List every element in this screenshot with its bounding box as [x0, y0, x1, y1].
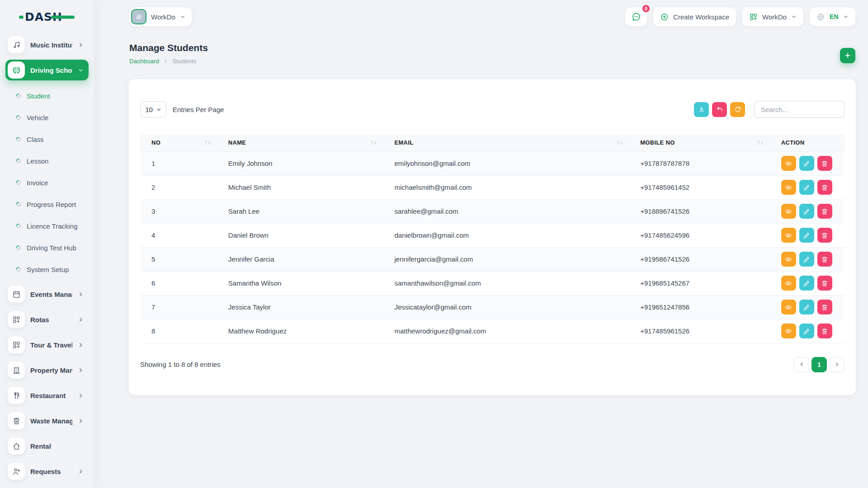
pagination-page-1-button[interactable]: 1 [811, 357, 827, 372]
cell-no: 8 [140, 319, 217, 343]
sidebar-item-waste-management[interactable]: Waste Management [5, 410, 89, 431]
sidebar-item-requests[interactable]: Requests [5, 461, 89, 482]
edit-button[interactable] [799, 300, 814, 314]
table-row: 4Daniel Browndanielbrown@gmail.com+91748… [140, 223, 844, 247]
sidebar-item-driving-school[interactable]: Driving School [5, 60, 89, 80]
cell-email: emilyohnson@gmail.com [383, 151, 629, 175]
sidebar-item-rotas[interactable]: Rotas [5, 309, 89, 330]
column-header-no[interactable]: NO↑↓ [140, 134, 217, 151]
reset-button[interactable] [712, 102, 727, 117]
brand-logo[interactable]: DASH [5, 0, 89, 34]
edit-button[interactable] [799, 276, 814, 291]
breadcrumb-dashboard-link[interactable]: Dashboard [129, 58, 159, 65]
pencil-icon [803, 232, 810, 239]
sidebar-item-rental[interactable]: Rental [5, 436, 89, 456]
cell-email: matthewrodriguez@gmail.com [383, 319, 629, 343]
view-button[interactable] [781, 228, 796, 243]
cell-action [770, 223, 844, 247]
delete-button[interactable] [817, 204, 832, 219]
workspace-avatar [131, 9, 146, 24]
edit-button[interactable] [799, 252, 814, 267]
edit-button[interactable] [799, 228, 814, 243]
add-student-button[interactable]: + [840, 48, 855, 63]
sidebar-item-label: Music Institute [30, 41, 72, 49]
sort-icon: ↑↓ [204, 140, 211, 145]
cell-no: 1 [140, 151, 217, 175]
delete-button[interactable] [817, 324, 832, 338]
export-button[interactable] [694, 102, 709, 117]
building-icon [8, 361, 25, 379]
sidebar-item-events-management[interactable]: Events Management [5, 284, 89, 305]
search-input[interactable] [754, 101, 844, 118]
eye-icon [785, 280, 792, 287]
sidebar-subitem-student[interactable]: Student [5, 85, 89, 107]
column-header-mobile-no[interactable]: MOBILE NO↑↓ [629, 134, 770, 151]
chevron-down-icon [78, 67, 84, 73]
edit-button[interactable] [799, 156, 814, 171]
restaurant-icon [8, 387, 25, 404]
bullet-icon [15, 244, 22, 251]
refresh-icon [734, 106, 741, 113]
home-icon [8, 437, 25, 455]
edit-button[interactable] [799, 204, 814, 219]
cell-mobile: +919685145267 [629, 271, 770, 295]
sidebar-item-label: Waste Management [30, 417, 72, 425]
workdo-menu-button[interactable]: WorkDo [742, 7, 803, 26]
sidebar-subitem-driving-test-hub[interactable]: Driving Test Hub [5, 237, 89, 258]
create-workspace-button[interactable]: Create Workspace [653, 7, 736, 26]
sidebar-subitem-invoice[interactable]: Invoice [5, 172, 89, 193]
sidebar-item-restaurant[interactable]: Restaurant [5, 385, 89, 406]
sidebar-subitem-progress-report[interactable]: Progress Report [5, 193, 89, 215]
delete-button[interactable] [817, 276, 832, 291]
view-button[interactable] [781, 252, 796, 267]
sidebar-subitem-class[interactable]: Class [5, 128, 89, 150]
messages-button[interactable]: 0 [625, 7, 647, 26]
delete-button[interactable] [817, 228, 832, 243]
column-header-name[interactable]: NAME↑↓ [217, 134, 383, 151]
view-button[interactable] [781, 204, 796, 219]
cell-mobile: +917485961526 [629, 319, 770, 343]
pagination-next-button[interactable] [829, 357, 844, 372]
chevron-right-icon [78, 418, 84, 424]
cell-no: 2 [140, 175, 217, 199]
pagination-prev-button[interactable] [794, 357, 809, 372]
view-button[interactable] [781, 180, 796, 195]
page-title: Manage Students [129, 42, 208, 53]
delete-button[interactable] [817, 252, 832, 267]
column-header-email[interactable]: EMAIL↑↓ [383, 134, 629, 151]
cell-action [770, 319, 844, 343]
refresh-button[interactable] [730, 102, 745, 117]
table-row: 2Michael Smithmichaelsmith@gmail.com+917… [140, 175, 844, 199]
sidebar-subitem-system-setup[interactable]: System Setup [5, 258, 89, 280]
music-icon [8, 36, 25, 53]
sidebar-item-tour-travel[interactable]: Tour & Travel [5, 334, 89, 355]
cell-mobile: +919586741526 [629, 247, 770, 271]
view-button[interactable] [781, 276, 796, 291]
view-button[interactable] [781, 156, 796, 171]
sidebar-subitem-label: Licence Tracking [27, 222, 78, 230]
sidebar-item-music-institute[interactable]: Music Institute [5, 34, 89, 55]
sidebar-subitem-lesson[interactable]: Lesson [5, 150, 89, 172]
workdo-menu-label: WorkDo [762, 13, 787, 21]
table-row: 8Matthew Rodriguezmatthewrodriguez@gmail… [140, 319, 844, 343]
edit-button[interactable] [799, 180, 814, 195]
delete-button[interactable] [817, 156, 832, 171]
entries-summary: Showing 1 to 8 of 8 entries [140, 361, 221, 368]
pencil-icon [803, 280, 810, 287]
workspace-selector[interactable]: WorkDo [129, 7, 192, 26]
sidebar-item-property-manage[interactable]: Property Manage [5, 360, 89, 380]
sidebar-subitem-licence-tracking[interactable]: Licence Tracking [5, 215, 89, 237]
pencil-icon [803, 256, 810, 263]
view-button[interactable] [781, 324, 796, 338]
students-table: NO↑↓NAME↑↓EMAIL↑↓MOBILE NO↑↓ACTION1Emily… [140, 134, 844, 343]
entries-per-page-select[interactable]: 10 [140, 101, 166, 117]
pencil-icon [803, 304, 810, 311]
sidebar-subitem-vehicle[interactable]: Vehicle [5, 107, 89, 128]
delete-button[interactable] [817, 180, 832, 195]
delete-button[interactable] [817, 300, 832, 314]
view-button[interactable] [781, 300, 796, 314]
edit-button[interactable] [799, 324, 814, 338]
language-selector[interactable]: EN [810, 7, 855, 26]
chevron-right-icon [78, 367, 84, 373]
sidebar-subitem-label: Driving Test Hub [27, 244, 76, 252]
